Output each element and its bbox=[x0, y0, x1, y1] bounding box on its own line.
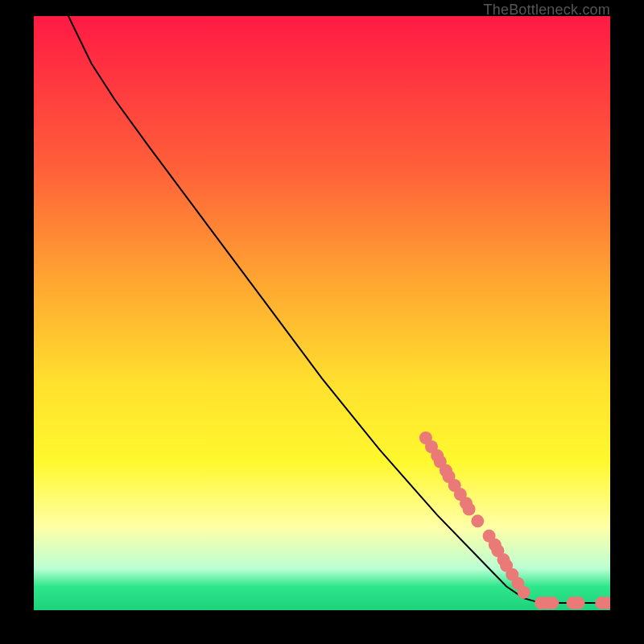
data-marker bbox=[572, 597, 585, 609]
marker-group bbox=[419, 431, 610, 609]
data-marker bbox=[471, 514, 484, 527]
data-marker bbox=[463, 503, 476, 516]
curve-line bbox=[68, 16, 610, 603]
attribution-label: TheBottleneck.com bbox=[484, 2, 610, 19]
chart-svg bbox=[34, 16, 610, 610]
data-marker bbox=[518, 586, 530, 599]
chart-stage: TheBottleneck.com bbox=[0, 0, 644, 644]
data-marker bbox=[546, 597, 559, 609]
plot-area bbox=[34, 16, 610, 610]
